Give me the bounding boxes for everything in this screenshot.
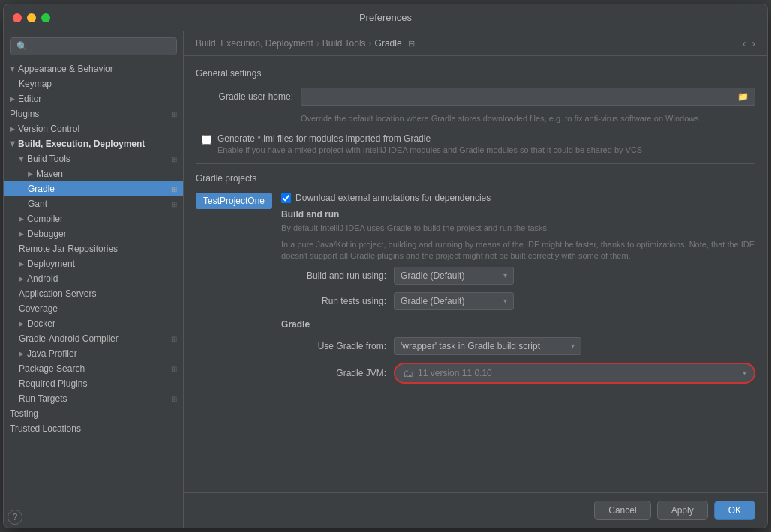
sidebar-item-keymap[interactable]: Keymap	[4, 76, 183, 91]
sidebar-item-version-control[interactable]: ▶ Version Control	[4, 121, 183, 136]
build-and-run-title: Build and run	[281, 209, 755, 220]
generate-iml-row: Generate *.iml files for modules importe…	[196, 133, 755, 154]
sidebar-item-label: Application Servers	[19, 288, 96, 299]
use-gradle-from-label: Use Gradle from:	[281, 341, 386, 351]
sidebar-item-compiler[interactable]: ▶ Compiler	[4, 211, 183, 226]
breadcrumb-arrow-1: ›	[316, 38, 320, 49]
sidebar-item-label: Run Targets	[19, 393, 67, 404]
sidebar-item-label: Maven	[36, 169, 63, 179]
divider-1	[196, 163, 755, 164]
sidebar-item-java-profiler[interactable]: ▶ Java Profiler	[4, 346, 183, 361]
sidebar-item-gant[interactable]: Gant ⊞	[4, 196, 183, 211]
project-list-item[interactable]: TestProjectOne	[196, 193, 272, 209]
settings-icon: ⊞	[171, 155, 177, 163]
sidebar-item-label: Keymap	[19, 79, 52, 89]
settings-icon: ⊞	[171, 110, 177, 118]
breadcrumb-current: Gradle	[375, 38, 402, 49]
sidebar-item-testing[interactable]: Testing	[4, 406, 183, 421]
sidebar-item-label: Gradle	[28, 184, 55, 194]
breadcrumb-nav: ‹ ›	[742, 37, 755, 49]
sidebar-item-remote-jar-repositories[interactable]: Remote Jar Repositories	[4, 241, 183, 256]
sidebar-item-deployment[interactable]: ▶ Deployment	[4, 256, 183, 271]
sidebar-item-editor[interactable]: ▶ Editor	[4, 91, 183, 106]
back-button[interactable]: ‹	[742, 37, 746, 49]
preferences-window: Preferences 🔍 ▶ Appearance & Behavior Ke…	[3, 4, 768, 528]
sidebar-item-label: Compiler	[27, 214, 63, 224]
generate-iml-labels: Generate *.iml files for modules importe…	[218, 133, 642, 154]
sidebar-item-docker[interactable]: ▶ Docker	[4, 316, 183, 331]
search-input[interactable]	[31, 41, 170, 52]
sidebar-item-gradle[interactable]: Gradle ⊞	[4, 181, 183, 196]
sidebar-item-label: Docker	[27, 318, 56, 329]
breadcrumb-pin-icon: ⊟	[408, 39, 415, 49]
sidebar-item-run-targets[interactable]: Run Targets ⊞	[4, 391, 183, 406]
generate-iml-label: Generate *.iml files for modules importe…	[218, 133, 642, 144]
sidebar-item-required-plugins[interactable]: Required Plugins	[4, 376, 183, 391]
folder-icon[interactable]: 📁	[737, 91, 748, 102]
chevron-icon: ▶	[10, 125, 15, 133]
sidebar-item-build-execution-deployment[interactable]: ▶ Build, Execution, Deployment	[4, 136, 183, 151]
ok-button[interactable]: OK	[714, 501, 755, 520]
breadcrumb-part-2[interactable]: Build Tools	[322, 38, 366, 49]
use-gradle-from-dropdown[interactable]: 'wrapper' task in Gradle build script ▾	[394, 337, 581, 355]
sidebar-item-gradle-android-compiler[interactable]: Gradle-Android Compiler ⊞	[4, 331, 183, 346]
chevron-icon: ▶	[10, 95, 15, 103]
sidebar-item-package-search[interactable]: Package Search ⊞	[4, 361, 183, 376]
gradle-jvm-input[interactable]: 🗂 11 version 11.0.10 ▾	[394, 363, 755, 384]
maximize-button[interactable]	[41, 13, 50, 22]
sidebar-item-debugger[interactable]: ▶ Debugger	[4, 226, 183, 241]
generate-iml-checkbox[interactable]	[202, 135, 212, 145]
minimize-button[interactable]	[27, 13, 36, 22]
run-tests-using-dropdown[interactable]: Gradle (Default) ▾	[394, 292, 514, 310]
sidebar-item-label: Debugger	[27, 229, 67, 239]
build-and-run-desc1: By default IntelliJ IDEA uses Gradle to …	[281, 223, 755, 234]
help-button[interactable]: ?	[8, 510, 22, 525]
sidebar-item-appearance-behavior[interactable]: ▶ Appearance & Behavior	[4, 61, 183, 76]
search-icon: 🔍	[16, 41, 28, 52]
use-gradle-from-value: 'wrapper' task in Gradle build script	[400, 341, 540, 351]
cancel-button[interactable]: Cancel	[594, 501, 650, 520]
settings-icon: ⊞	[171, 365, 177, 373]
download-annotations-row: Download external annotations for depend…	[281, 193, 755, 203]
gradle-user-home-field[interactable]: /Users/shohag/.gradle	[308, 91, 737, 102]
chevron-icon: ▶	[19, 230, 24, 238]
settings-icon: ⊞	[171, 395, 177, 403]
chevron-icon: ▶	[19, 320, 24, 327]
breadcrumb-part-1[interactable]: Build, Execution, Deployment	[196, 38, 314, 49]
chevron-icon: ▶	[19, 215, 24, 223]
gradle-jvm-value: 11 version 11.0.10	[418, 368, 492, 378]
build-and-run-desc2: In a pure Java/Kotlin project, building …	[281, 239, 755, 262]
sidebar-item-label: Coverage	[19, 303, 58, 314]
sidebar-item-label: Version Control	[18, 124, 80, 134]
sidebar-item-maven[interactable]: ▶ Maven	[4, 166, 183, 181]
run-tests-using-label: Run tests using:	[281, 296, 386, 306]
gradle-jvm-container: 🗂 11 version 11.0.10 ▾	[394, 363, 755, 384]
search-box[interactable]: 🔍	[10, 37, 177, 55]
apply-button[interactable]: Apply	[657, 501, 708, 520]
sidebar-item-coverage[interactable]: Coverage	[4, 301, 183, 316]
sidebar-item-build-tools[interactable]: ▶ Build Tools ⊞	[4, 151, 183, 166]
gradle-user-home-input[interactable]: /Users/shohag/.gradle 📁	[301, 88, 755, 106]
panel-body: General settings Gradle user home: /User…	[184, 56, 767, 492]
dropdown-arrow-icon: ▾	[571, 342, 574, 350]
gradle-user-home-hint: Override the default location where Grad…	[301, 113, 755, 124]
chevron-icon: ▶	[9, 142, 16, 147]
gradle-subsection-title: Gradle	[281, 319, 755, 330]
download-annotations-checkbox[interactable]	[281, 193, 291, 203]
sidebar-item-trusted-locations[interactable]: Trusted Locations	[4, 421, 183, 436]
forward-button[interactable]: ›	[752, 37, 755, 49]
traffic-lights	[13, 13, 50, 22]
chevron-icon: ▶	[19, 260, 24, 267]
sidebar-item-application-servers[interactable]: Application Servers	[4, 286, 183, 301]
run-tests-using-value: Gradle (Default)	[400, 296, 464, 306]
sidebar-item-label: Editor	[18, 94, 41, 104]
gradle-projects-title: Gradle projects	[196, 173, 755, 184]
chevron-icon: ▶	[9, 67, 16, 72]
sidebar-item-plugins[interactable]: Plugins ⊞	[4, 106, 183, 121]
close-button[interactable]	[13, 13, 22, 22]
build-run-section: Build and run By default IntelliJ IDEA u…	[281, 209, 755, 309]
sidebar-item-android[interactable]: ▶ Android	[4, 271, 183, 286]
build-and-run-using-dropdown[interactable]: Gradle (Default) ▾	[394, 267, 514, 285]
jvm-dropdown-arrow-icon[interactable]: ▾	[742, 369, 746, 377]
sidebar-item-label: Package Search	[19, 363, 85, 374]
